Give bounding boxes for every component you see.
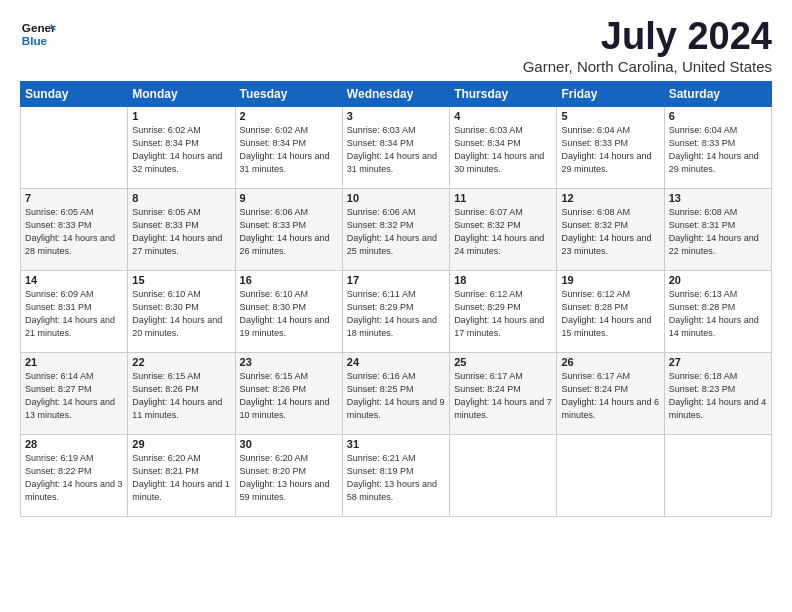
calendar-cell: 25Sunrise: 6:17 AM Sunset: 8:24 PM Dayli…: [450, 352, 557, 434]
day-number: 17: [347, 274, 445, 286]
calendar-cell: 16Sunrise: 6:10 AM Sunset: 8:30 PM Dayli…: [235, 270, 342, 352]
week-row-2: 14Sunrise: 6:09 AM Sunset: 8:31 PM Dayli…: [21, 270, 772, 352]
title-block: July 2024 Garner, North Carolina, United…: [523, 16, 772, 75]
day-number: 5: [561, 110, 659, 122]
day-info: Sunrise: 6:07 AM Sunset: 8:32 PM Dayligh…: [454, 206, 552, 258]
calendar-cell: 13Sunrise: 6:08 AM Sunset: 8:31 PM Dayli…: [664, 188, 771, 270]
col-tuesday: Tuesday: [235, 81, 342, 106]
calendar-cell: 11Sunrise: 6:07 AM Sunset: 8:32 PM Dayli…: [450, 188, 557, 270]
calendar-cell: 7Sunrise: 6:05 AM Sunset: 8:33 PM Daylig…: [21, 188, 128, 270]
calendar-cell: 10Sunrise: 6:06 AM Sunset: 8:32 PM Dayli…: [342, 188, 449, 270]
calendar-cell: 26Sunrise: 6:17 AM Sunset: 8:24 PM Dayli…: [557, 352, 664, 434]
day-number: 1: [132, 110, 230, 122]
calendar-cell: 31Sunrise: 6:21 AM Sunset: 8:19 PM Dayli…: [342, 434, 449, 516]
day-info: Sunrise: 6:14 AM Sunset: 8:27 PM Dayligh…: [25, 370, 123, 422]
day-info: Sunrise: 6:11 AM Sunset: 8:29 PM Dayligh…: [347, 288, 445, 340]
day-number: 23: [240, 356, 338, 368]
day-info: Sunrise: 6:05 AM Sunset: 8:33 PM Dayligh…: [25, 206, 123, 258]
logo-icon: General Blue: [20, 16, 56, 52]
logo: General Blue: [20, 16, 58, 52]
day-info: Sunrise: 6:04 AM Sunset: 8:33 PM Dayligh…: [561, 124, 659, 176]
day-info: Sunrise: 6:12 AM Sunset: 8:29 PM Dayligh…: [454, 288, 552, 340]
calendar-cell: 14Sunrise: 6:09 AM Sunset: 8:31 PM Dayli…: [21, 270, 128, 352]
calendar-cell: 12Sunrise: 6:08 AM Sunset: 8:32 PM Dayli…: [557, 188, 664, 270]
calendar-cell: 5Sunrise: 6:04 AM Sunset: 8:33 PM Daylig…: [557, 106, 664, 188]
day-info: Sunrise: 6:03 AM Sunset: 8:34 PM Dayligh…: [347, 124, 445, 176]
calendar-table: Sunday Monday Tuesday Wednesday Thursday…: [20, 81, 772, 517]
week-row-4: 28Sunrise: 6:19 AM Sunset: 8:22 PM Dayli…: [21, 434, 772, 516]
calendar-cell: 2Sunrise: 6:02 AM Sunset: 8:34 PM Daylig…: [235, 106, 342, 188]
day-number: 7: [25, 192, 123, 204]
day-info: Sunrise: 6:10 AM Sunset: 8:30 PM Dayligh…: [132, 288, 230, 340]
week-row-3: 21Sunrise: 6:14 AM Sunset: 8:27 PM Dayli…: [21, 352, 772, 434]
day-number: 27: [669, 356, 767, 368]
calendar-cell: [664, 434, 771, 516]
calendar-cell: 24Sunrise: 6:16 AM Sunset: 8:25 PM Dayli…: [342, 352, 449, 434]
day-number: 29: [132, 438, 230, 450]
calendar-cell: 8Sunrise: 6:05 AM Sunset: 8:33 PM Daylig…: [128, 188, 235, 270]
day-info: Sunrise: 6:13 AM Sunset: 8:28 PM Dayligh…: [669, 288, 767, 340]
calendar-cell: [450, 434, 557, 516]
day-info: Sunrise: 6:19 AM Sunset: 8:22 PM Dayligh…: [25, 452, 123, 504]
day-info: Sunrise: 6:02 AM Sunset: 8:34 PM Dayligh…: [132, 124, 230, 176]
day-info: Sunrise: 6:16 AM Sunset: 8:25 PM Dayligh…: [347, 370, 445, 422]
day-info: Sunrise: 6:05 AM Sunset: 8:33 PM Dayligh…: [132, 206, 230, 258]
day-info: Sunrise: 6:17 AM Sunset: 8:24 PM Dayligh…: [454, 370, 552, 422]
day-info: Sunrise: 6:03 AM Sunset: 8:34 PM Dayligh…: [454, 124, 552, 176]
day-number: 28: [25, 438, 123, 450]
header: General Blue July 2024 Garner, North Car…: [20, 16, 772, 75]
calendar-cell: [557, 434, 664, 516]
day-number: 14: [25, 274, 123, 286]
col-friday: Friday: [557, 81, 664, 106]
week-row-1: 7Sunrise: 6:05 AM Sunset: 8:33 PM Daylig…: [21, 188, 772, 270]
calendar-cell: 3Sunrise: 6:03 AM Sunset: 8:34 PM Daylig…: [342, 106, 449, 188]
day-number: 9: [240, 192, 338, 204]
day-number: 31: [347, 438, 445, 450]
calendar-cell: 15Sunrise: 6:10 AM Sunset: 8:30 PM Dayli…: [128, 270, 235, 352]
calendar-cell: 22Sunrise: 6:15 AM Sunset: 8:26 PM Dayli…: [128, 352, 235, 434]
day-info: Sunrise: 6:20 AM Sunset: 8:21 PM Dayligh…: [132, 452, 230, 504]
calendar-cell: 23Sunrise: 6:15 AM Sunset: 8:26 PM Dayli…: [235, 352, 342, 434]
day-number: 11: [454, 192, 552, 204]
day-info: Sunrise: 6:21 AM Sunset: 8:19 PM Dayligh…: [347, 452, 445, 504]
day-info: Sunrise: 6:08 AM Sunset: 8:31 PM Dayligh…: [669, 206, 767, 258]
day-number: 13: [669, 192, 767, 204]
subtitle: Garner, North Carolina, United States: [523, 58, 772, 75]
day-number: 15: [132, 274, 230, 286]
day-info: Sunrise: 6:04 AM Sunset: 8:33 PM Dayligh…: [669, 124, 767, 176]
calendar-cell: 27Sunrise: 6:18 AM Sunset: 8:23 PM Dayli…: [664, 352, 771, 434]
col-wednesday: Wednesday: [342, 81, 449, 106]
day-number: 18: [454, 274, 552, 286]
col-monday: Monday: [128, 81, 235, 106]
day-info: Sunrise: 6:06 AM Sunset: 8:32 PM Dayligh…: [347, 206, 445, 258]
day-number: 12: [561, 192, 659, 204]
day-number: 4: [454, 110, 552, 122]
day-info: Sunrise: 6:02 AM Sunset: 8:34 PM Dayligh…: [240, 124, 338, 176]
page: General Blue July 2024 Garner, North Car…: [0, 0, 792, 612]
day-number: 6: [669, 110, 767, 122]
day-number: 26: [561, 356, 659, 368]
col-saturday: Saturday: [664, 81, 771, 106]
day-number: 19: [561, 274, 659, 286]
calendar-cell: 28Sunrise: 6:19 AM Sunset: 8:22 PM Dayli…: [21, 434, 128, 516]
calendar-cell: 4Sunrise: 6:03 AM Sunset: 8:34 PM Daylig…: [450, 106, 557, 188]
day-info: Sunrise: 6:10 AM Sunset: 8:30 PM Dayligh…: [240, 288, 338, 340]
day-number: 24: [347, 356, 445, 368]
calendar-cell: 9Sunrise: 6:06 AM Sunset: 8:33 PM Daylig…: [235, 188, 342, 270]
week-row-0: 1Sunrise: 6:02 AM Sunset: 8:34 PM Daylig…: [21, 106, 772, 188]
calendar-cell: 17Sunrise: 6:11 AM Sunset: 8:29 PM Dayli…: [342, 270, 449, 352]
day-info: Sunrise: 6:08 AM Sunset: 8:32 PM Dayligh…: [561, 206, 659, 258]
header-row: Sunday Monday Tuesday Wednesday Thursday…: [21, 81, 772, 106]
calendar-cell: 18Sunrise: 6:12 AM Sunset: 8:29 PM Dayli…: [450, 270, 557, 352]
day-number: 3: [347, 110, 445, 122]
calendar-cell: 20Sunrise: 6:13 AM Sunset: 8:28 PM Dayli…: [664, 270, 771, 352]
day-info: Sunrise: 6:06 AM Sunset: 8:33 PM Dayligh…: [240, 206, 338, 258]
day-number: 16: [240, 274, 338, 286]
day-number: 2: [240, 110, 338, 122]
calendar-cell: 19Sunrise: 6:12 AM Sunset: 8:28 PM Dayli…: [557, 270, 664, 352]
day-info: Sunrise: 6:20 AM Sunset: 8:20 PM Dayligh…: [240, 452, 338, 504]
day-number: 25: [454, 356, 552, 368]
col-sunday: Sunday: [21, 81, 128, 106]
calendar-cell: 30Sunrise: 6:20 AM Sunset: 8:20 PM Dayli…: [235, 434, 342, 516]
day-number: 20: [669, 274, 767, 286]
